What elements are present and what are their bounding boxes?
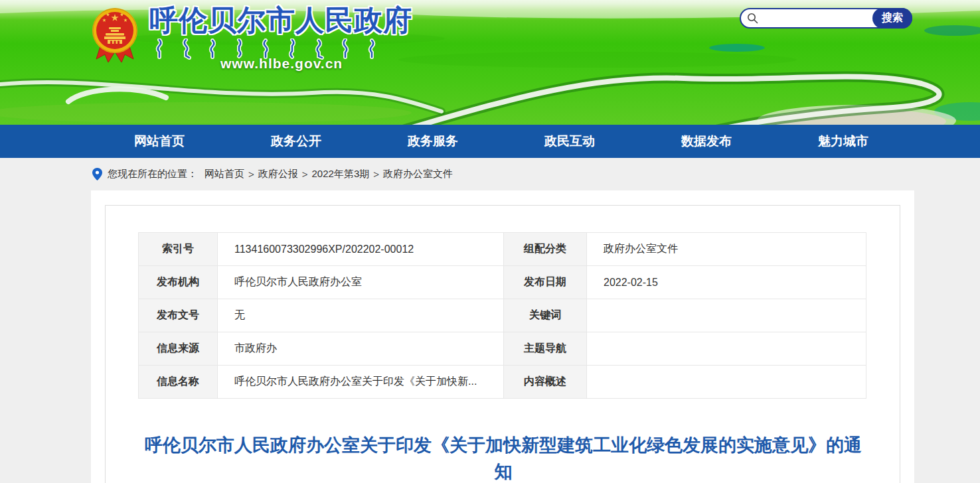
meta-label: 信息名称	[139, 366, 218, 399]
breadcrumb-item-gazette[interactable]: 政府公报	[258, 168, 298, 180]
nav-item-city-charm[interactable]: 魅力城市	[775, 125, 912, 158]
nav-item-data[interactable]: 数据发布	[638, 125, 775, 158]
breadcrumb-item-issue[interactable]: 2022年第3期	[312, 168, 370, 180]
meta-label: 索引号	[139, 233, 218, 266]
search-input[interactable]	[758, 9, 872, 27]
site-header: 呼伦贝尔市人民政府	[0, 0, 980, 125]
breadcrumb: 您现在所在的位置： 网站首页 > 政府公报 > 2022年第3期 > 政府办公室…	[0, 158, 980, 190]
search-bar: 搜索	[740, 8, 912, 29]
site-title: 呼伦贝尔市人民政府	[149, 1, 412, 40]
table-row: 信息名称 呼伦贝尔市人民政府办公室关于印发《关于加快新... 内容概述	[139, 366, 866, 399]
meta-label: 主题导航	[504, 332, 587, 366]
search-button[interactable]: 搜索	[872, 8, 912, 29]
meta-label: 内容概述	[504, 366, 587, 399]
content-card: 索引号 1134160073302996XP/202202-00012 组配分类…	[91, 190, 914, 483]
table-row: 发布文号 无 关键词	[139, 299, 866, 332]
article-title: 呼伦贝尔市人民政府办公室关于印发《关于加快新型建筑工业化绿色发展的实施意见》的通…	[139, 432, 867, 483]
breadcrumb-item-home[interactable]: 网站首页	[204, 168, 244, 180]
nav-item-home[interactable]: 网站首页	[91, 125, 228, 158]
meta-value: 2022-02-15	[587, 266, 866, 299]
meta-value	[587, 299, 866, 332]
table-row: 发布机构 呼伦贝尔市人民政府办公室 发布日期 2022-02-15	[139, 266, 866, 299]
table-row: 信息来源 市政府办 主题导航	[139, 332, 866, 366]
meta-value: 1134160073302996XP/202202-00012	[218, 233, 504, 266]
nav-item-interaction[interactable]: 政民互动	[501, 125, 638, 158]
meta-value	[587, 332, 866, 366]
meta-value: 政府办公室文件	[587, 233, 866, 266]
document-panel: 索引号 1134160073302996XP/202202-00012 组配分类…	[105, 205, 900, 483]
meta-label: 发布机构	[139, 266, 218, 299]
location-pin-icon	[92, 168, 102, 180]
breadcrumb-prefix: 您现在所在的位置：	[108, 168, 197, 180]
nav-item-gov-service[interactable]: 政务服务	[365, 125, 501, 158]
meta-value: 呼伦贝尔市人民政府办公室	[218, 266, 504, 299]
meta-value	[587, 366, 866, 399]
main-nav: 网站首页 政务公开 政务服务 政民互动 数据发布 魅力城市	[0, 125, 980, 158]
meta-value: 无	[218, 299, 504, 332]
meta-label: 信息来源	[139, 332, 218, 366]
breadcrumb-separator: >	[373, 169, 379, 180]
breadcrumb-separator: >	[248, 169, 254, 180]
meta-label: 发布日期	[504, 266, 587, 299]
meta-label: 关键词	[504, 299, 587, 332]
breadcrumb-item-category[interactable]: 政府办公室文件	[383, 168, 453, 180]
site-url: www.hlbe.gov.cn	[220, 56, 343, 72]
search-icon	[747, 13, 758, 24]
table-row: 索引号 1134160073302996XP/202202-00012 组配分类…	[139, 233, 866, 266]
meta-label: 组配分类	[504, 233, 587, 266]
meta-value: 市政府办	[218, 332, 504, 366]
meta-label: 发布文号	[139, 299, 218, 332]
national-emblem	[92, 7, 138, 66]
nav-item-gov-info[interactable]: 政务公开	[228, 125, 365, 158]
meta-value: 呼伦贝尔市人民政府办公室关于印发《关于加快新...	[218, 366, 504, 399]
breadcrumb-separator: >	[302, 169, 308, 180]
document-meta-table: 索引号 1134160073302996XP/202202-00012 组配分类…	[138, 232, 866, 399]
